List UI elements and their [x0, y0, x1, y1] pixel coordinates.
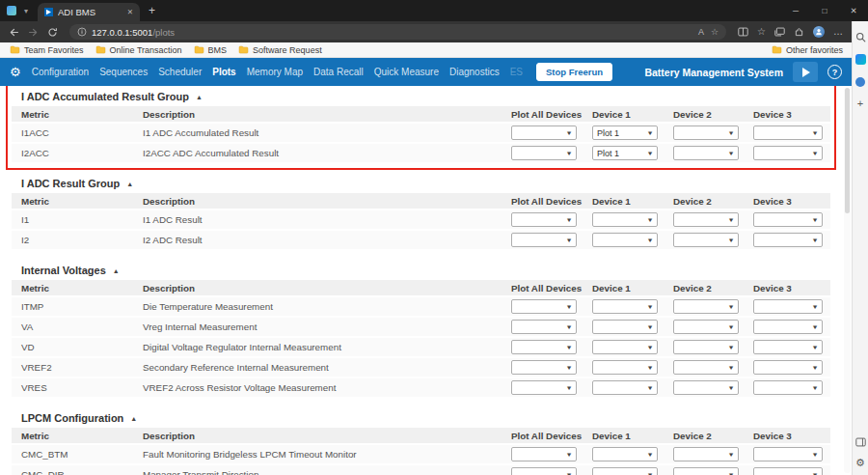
sidebar-settings-gear-icon[interactable]: ⚙: [854, 457, 867, 469]
other-favorites[interactable]: Other favorites: [772, 45, 848, 55]
device-1-select[interactable]: Plot 1▼: [592, 126, 658, 140]
device-1-select[interactable]: ▼: [592, 467, 658, 475]
extensions-puzzle-icon[interactable]: [794, 27, 804, 38]
device-1-select[interactable]: ▼: [592, 447, 658, 461]
device-1-select[interactable]: ▼: [592, 299, 658, 314]
nav-item-data-recall[interactable]: Data Recall: [313, 67, 364, 77]
nav-item-es[interactable]: ES: [510, 67, 523, 77]
site-info-icon[interactable]: [77, 27, 87, 37]
device-2-select[interactable]: ▼: [673, 126, 739, 140]
collections-icon[interactable]: [774, 27, 785, 37]
device-2-select[interactable]: ▼: [673, 340, 739, 354]
help-button[interactable]: ?: [827, 65, 842, 79]
nav-item-diagnostics[interactable]: Diagnostics: [449, 67, 500, 77]
browser-tab[interactable]: ADI BMS ✕: [38, 3, 140, 21]
device-2-select[interactable]: ▼: [673, 360, 739, 375]
group-header[interactable]: I ADC Result Group▲: [12, 176, 830, 193]
description-cell: Digital Voltage Regulator Internal Measu…: [133, 342, 509, 352]
device-3-select[interactable]: ▼: [753, 447, 823, 461]
new-tab-button[interactable]: +: [149, 4, 155, 17]
nav-item-plots[interactable]: Plots: [212, 67, 235, 77]
bookmark-item[interactable]: BMS: [188, 42, 233, 57]
device-1-select[interactable]: ▼: [592, 233, 658, 247]
nav-item-memory-map[interactable]: Memory Map: [247, 67, 303, 77]
sidebar-panel-icon[interactable]: [854, 435, 867, 448]
device-3-select[interactable]: ▼: [753, 233, 823, 247]
plot-all-devices-select[interactable]: ▼: [511, 380, 577, 395]
device-1-select[interactable]: ▼: [592, 212, 658, 227]
device-3-select[interactable]: ▼: [753, 146, 823, 160]
device-3-select[interactable]: ▼: [753, 320, 823, 334]
url-field[interactable]: 127.0.0.1:5001/plots A ☆: [69, 24, 726, 40]
plot-all-devices-select[interactable]: ▼: [511, 233, 577, 247]
nav-item-scheduler[interactable]: Scheduler: [158, 67, 202, 77]
scrollbar-thumb[interactable]: [845, 88, 850, 213]
device-1-select[interactable]: ▼: [592, 320, 658, 334]
profile-avatar[interactable]: [813, 26, 825, 38]
refresh-icon[interactable]: [47, 27, 58, 38]
tab-close-icon[interactable]: ✕: [127, 8, 133, 16]
device-1-select[interactable]: Plot 1▼: [592, 146, 658, 160]
plot-all-devices-select[interactable]: ▼: [511, 299, 577, 314]
tab-actions-caret-icon[interactable]: ▾: [24, 7, 28, 15]
device-3-select[interactable]: ▼: [753, 299, 823, 314]
device-2-select[interactable]: ▼: [673, 233, 739, 247]
maximize-button[interactable]: □: [810, 0, 839, 21]
chevron-down-icon: ▼: [565, 151, 572, 156]
plot-all-devices-select[interactable]: ▼: [511, 467, 577, 475]
device-3-select[interactable]: ▼: [753, 467, 823, 475]
sidebar-app-icon[interactable]: [854, 75, 867, 88]
close-button[interactable]: ✕: [839, 0, 868, 21]
device-3-select[interactable]: ▼: [753, 212, 823, 227]
select-cell: ▼: [509, 320, 590, 334]
bookmark-item[interactable]: Software Request: [232, 42, 328, 57]
plot-all-devices-select[interactable]: ▼: [511, 447, 577, 461]
back-icon[interactable]: [9, 27, 19, 38]
read-aloud-icon[interactable]: A: [698, 27, 704, 37]
plot-all-devices-select[interactable]: ▼: [511, 126, 577, 140]
nav-item-sequences[interactable]: Sequences: [99, 67, 148, 77]
run-play-button[interactable]: [793, 62, 818, 82]
copilot-icon[interactable]: [854, 53, 867, 66]
select-value: Plot 1: [597, 128, 619, 138]
device-2-select[interactable]: ▼: [673, 447, 739, 461]
bookmark-item[interactable]: Team Favorites: [4, 42, 90, 57]
device-2-select[interactable]: ▼: [673, 299, 739, 314]
workspaces-icon[interactable]: [7, 6, 16, 15]
page-scrollbar[interactable]: [844, 88, 851, 473]
device-3-select[interactable]: ▼: [753, 126, 823, 140]
group-header[interactable]: Internal Voltages▲: [12, 263, 830, 280]
split-screen-icon[interactable]: [738, 27, 748, 37]
device-1-select[interactable]: ▼: [592, 360, 658, 375]
plot-all-devices-select[interactable]: ▼: [511, 146, 577, 160]
stop-freerun-button[interactable]: Stop Freerun: [536, 63, 612, 81]
add-favorite-star-icon[interactable]: ☆: [711, 27, 719, 37]
chevron-down-icon: ▼: [646, 304, 653, 310]
group-header[interactable]: LPCM Configuration▲: [12, 410, 830, 428]
device-2-select[interactable]: ▼: [673, 467, 739, 475]
forward-icon[interactable]: [28, 27, 39, 38]
device-2-select[interactable]: ▼: [673, 380, 739, 395]
device-2-select[interactable]: ▼: [673, 146, 739, 160]
bookmark-item[interactable]: Online Transaction: [90, 42, 188, 57]
plot-all-devices-select[interactable]: ▼: [511, 320, 577, 334]
plot-all-devices-select[interactable]: ▼: [511, 212, 577, 227]
settings-gear-icon[interactable]: ⚙: [10, 66, 21, 78]
nav-item-configuration[interactable]: Configuration: [32, 67, 89, 77]
plot-all-devices-select[interactable]: ▼: [511, 360, 577, 375]
search-icon[interactable]: [854, 31, 867, 43]
minimize-button[interactable]: ─: [781, 0, 810, 21]
device-3-select[interactable]: ▼: [753, 360, 823, 375]
favorites-star-icon[interactable]: ☆: [757, 27, 766, 37]
device-1-select[interactable]: ▼: [592, 340, 658, 354]
add-icon[interactable]: +: [854, 98, 867, 110]
device-2-select[interactable]: ▼: [673, 320, 739, 334]
device-3-select[interactable]: ▼: [753, 340, 823, 354]
more-menu-icon[interactable]: …: [833, 27, 843, 37]
group-header[interactable]: I ADC Accumulated Result Group▲: [12, 89, 830, 106]
device-3-select[interactable]: ▼: [753, 380, 823, 395]
device-1-select[interactable]: ▼: [592, 380, 658, 395]
device-2-select[interactable]: ▼: [673, 212, 739, 227]
nav-item-quick-measure[interactable]: Quick Measure: [374, 67, 439, 77]
plot-all-devices-select[interactable]: ▼: [511, 340, 577, 354]
